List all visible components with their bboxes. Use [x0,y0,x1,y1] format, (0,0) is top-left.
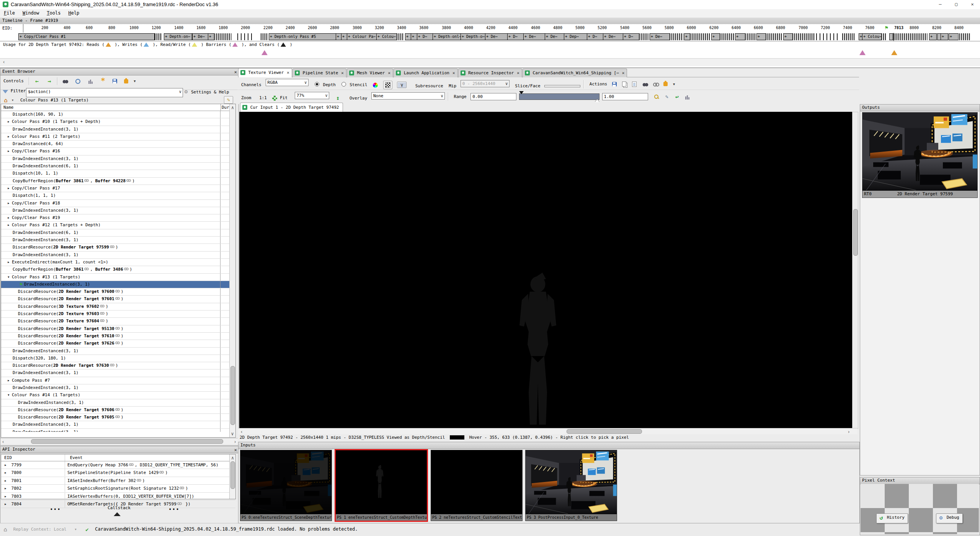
event-tree-row[interactable]: DiscardResource(2D Render Target 97606) [1,407,229,414]
pass-marker[interactable]: + [756,33,766,40]
pass-marker-cluster[interactable] [816,33,839,40]
pass-marker-cluster[interactable] [720,33,734,40]
scroll-up-icon[interactable]: ∧ [230,454,235,461]
api-call-row[interactable]: ▸ 7800SetPipelineState(Pipeline State 14… [1,469,235,477]
goto-resource-icon[interactable] [653,81,658,87]
event-tree-row[interactable]: CopyBufferRegion(Buffer 3861, Buffer 348… [1,266,229,273]
find-icon[interactable] [642,81,648,87]
event-tree-row[interactable]: DiscardResource(2D Render Target 97630) [1,362,229,369]
chevron-down-icon[interactable]: ▾ [11,98,14,103]
pass-marker[interactable]: + Depth-only Pass #5 [269,33,336,40]
history-button[interactable]: History [876,513,908,523]
pass-marker-cluster[interactable] [842,33,855,40]
output-thumbnail[interactable]: RT0 2D Render Target 97599 [862,112,978,198]
breadcrumb[interactable]: Colour Pass #13 (1 Targets) [20,98,89,103]
event-tree-row[interactable]: ▸Copy/Clear Pass #18 [1,200,229,207]
close-icon[interactable]: ✕ [517,70,519,75]
resource-name[interactable]: Pipeline State 1429 [111,470,159,475]
event-tree-row[interactable]: DiscardResource(2D Render Target 95130) [1,325,229,333]
chevron-down-icon[interactable]: ∨ [179,89,181,94]
inputs-header[interactable]: Inputs [238,442,859,449]
event-tree-row[interactable]: DiscardResource(2D Render Target 97605) [1,414,229,421]
save-texture-icon[interactable] [612,82,617,87]
event-tree-row[interactable]: Dispatch(320, 180, 1) [1,355,229,362]
resource-name[interactable]: 3D Texture 97602 [59,304,99,309]
pass-marker[interactable]: + De⋯ [485,33,508,40]
resource-name[interactable]: Buffer 3486 [95,267,123,272]
checkerboard-button[interactable] [383,81,392,89]
api-call-row[interactable]: ▸ 7802SetGraphicsRootSignature(Root Sign… [1,485,235,492]
link-icon[interactable] [115,327,120,330]
range-max-handle[interactable] [595,99,599,102]
event-tree-row[interactable]: ▾Colour Pass #13 (1 Targets) [1,274,229,281]
close-icon[interactable]: ✕ [234,69,237,75]
api-inspector-header[interactable]: API Inspector ✕ [0,446,238,453]
pass-marker-cluster[interactable] [792,33,815,40]
minimize-icon[interactable]: — [933,0,948,9]
link-icon[interactable] [126,179,131,182]
gamma-button[interactable]: γ [397,82,407,88]
input-thumbnail[interactable]: PS 2 neTexturesStruct_CustomStencilText [431,450,523,521]
resource-name[interactable]: 2D Render Target 97606 [59,407,114,412]
pass-marker[interactable]: + [783,33,793,40]
bookmark-icon[interactable] [100,78,106,84]
outputs-header[interactable]: Outputs [860,105,980,111]
chevron-down-icon[interactable] [132,78,138,84]
edit-filter-button[interactable] [224,96,233,104]
close-icon[interactable]: ✕ [452,70,455,75]
event-tree-row[interactable]: Dispatch(160, 90, 1) [1,111,229,118]
filter-input[interactable]: $action() ∨ [26,88,183,97]
api-call-row[interactable]: ▸ 7799EndQuery(Query Heap 3766, D3D12_QU… [1,461,235,469]
slice-select[interactable]: ∨ [544,85,580,87]
event-tree-row[interactable]: ▸Copy/Clear Pass #17 [1,185,229,192]
pixel-context-view[interactable] [861,484,979,534]
color-wheel-icon[interactable] [373,83,378,88]
resource-name[interactable]: 2D Texture 97604 [59,319,99,324]
fit-button[interactable]: Fit [280,95,287,100]
expand-icon[interactable]: ▸ [7,133,12,140]
api-call-row[interactable]: ▸ 7803IASetVertexBuffers(0, D3D12_VERTEX… [1,493,235,500]
expand-icon[interactable]: ▸ [7,377,12,384]
scroll-right-icon[interactable]: › [232,438,238,445]
expand-icon[interactable]: ▸ [4,461,9,469]
close-icon[interactable]: ✕ [622,70,625,75]
scrollbar-thumb[interactable] [31,439,223,444]
reset-range-icon[interactable] [674,94,680,100]
resource-name[interactable]: Query Heap 3766 [90,462,128,467]
event-tree-row[interactable]: ▸Copy/Clear Pass #16 [1,148,229,155]
pass-marker[interactable]: + D⋯ [417,33,433,40]
column-name[interactable]: Name [1,104,14,111]
event-tree-row[interactable]: ▾Colour Pass #14 (1 Targ­ets) [1,392,229,399]
home-icon[interactable] [3,97,9,103]
pass-marker[interactable]: + De⋯ [545,33,565,40]
usage-marker-icon[interactable] [261,50,268,55]
pass-marker[interactable]: + [929,33,937,40]
link-icon[interactable] [100,304,105,308]
pass-marker[interactable]: + [341,33,347,40]
stencil-radio[interactable] [341,82,346,87]
flip-y-icon[interactable] [335,95,341,101]
chevron-down-icon[interactable] [671,81,677,87]
close-icon[interactable]: ✕ [388,70,390,75]
menu-tools[interactable]: Tools [43,9,64,17]
pass-marker-cluster[interactable] [766,33,782,40]
pass-marker[interactable]: + [949,33,959,40]
event-tree-row[interactable]: DiscardResource(3D Texture 97602) [1,303,229,310]
extensions-icon[interactable] [663,82,668,86]
prev-event-icon[interactable] [34,78,40,84]
usage-marker-icon[interactable] [891,50,897,55]
event-tree-row[interactable]: Dispatch(10, 1, 1) [1,170,229,177]
pass-marker-cluster[interactable] [397,33,403,40]
menu-help[interactable]: Help [64,9,83,17]
input-thumbnail[interactable]: PS 3 PostProcessInput_0_Texture [525,450,617,521]
api-vscrollbar[interactable]: ∧ [229,454,235,499]
event-tree-vscrollbar[interactable]: ∧ ∨ [229,104,235,437]
pass-marker[interactable]: + Colou⋯ [862,33,882,40]
pass-marker[interactable]: + Depth-onl⋯ [433,33,461,40]
pass-marker[interactable]: + Colour Pa⋯ [347,33,377,40]
resource-name[interactable]: 2D Render Target 97599 [53,245,109,250]
event-tree-row[interactable]: DrawIndexedInstanced(3, 1) [1,369,229,377]
link-icon[interactable] [110,245,115,248]
event-tree-row[interactable]: DiscardResource(2D Render Target 97599) [1,244,229,251]
event-tree-row[interactable]: DrawIndexedInstanced(3, 1) [1,421,229,428]
